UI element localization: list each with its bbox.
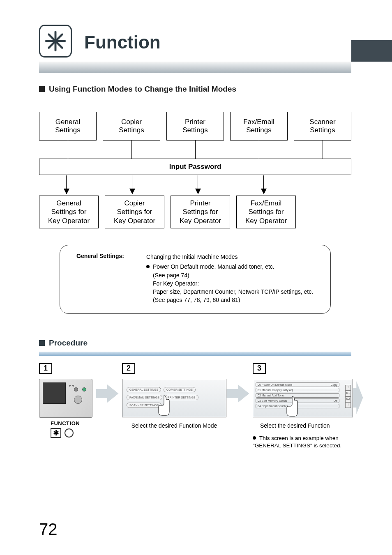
function-button-label: FUNCTION [51,420,96,426]
connector [323,140,323,159]
function-star-icon: ✱ [51,428,61,438]
section-subtitle: Using Function Modes to Change the Initi… [39,85,392,94]
general-settings-note: General Settings: Changing the Initial M… [60,245,331,314]
connector [68,140,68,159]
square-bullet-icon [39,340,45,346]
connector [259,140,259,159]
connector [68,151,323,151]
mode-button-copier[interactable]: COPIER SETTINGS [164,387,196,392]
arrow-right-icon [226,385,249,404]
header-divider [39,62,351,73]
box-general-key-op: General Settings for Key Operator [39,196,99,228]
scroll-up-icon[interactable]: ↑ [345,385,351,391]
arrow-down-icon [64,189,69,194]
procedure-steps: 1 FUNCTION ✱ 2 GENERAL S [39,363,364,449]
pointing-hand-icon [156,395,172,417]
box-label: Copier Settings for Key Operator [114,199,155,225]
page-number: 72 [39,520,58,539]
svg-marker-5 [227,385,249,403]
input-password-box: Input Password [39,159,351,175]
step-number-1: 1 [39,363,52,374]
svg-marker-6 [352,381,363,414]
function-mode-screen[interactable]: GENERAL SETTINGS COPIER SETTINGS FAX/EMA… [122,379,226,417]
note-line: (See pages 77, 78, 79, 80 and 81) [153,296,318,304]
arrow-right-icon [96,385,119,404]
box-label: Fax/Email Settings for Key Operator [245,199,287,225]
box-copier-settings: Copier Settings [103,112,160,140]
note-line: Power On Default mode, Manual add toner,… [153,263,274,270]
scroll-page[interactable]: 02 [345,396,351,402]
box-printer-key-op: Printer Settings for Key Operator [171,196,230,228]
list-item[interactable]: 01 Manual Copy Quality Adj [256,388,339,392]
box-label: Fax/Email Settings [243,118,274,135]
box-copier-key-op: Copier Settings for Key Operator [105,196,164,228]
subtitle-text: Using Function Modes to Change the Initi… [49,85,236,93]
device-panel-illustration [39,379,92,418]
note-heading: General Settings: [76,253,138,259]
note-line: (See page 74) [153,271,318,279]
box-general-settings: General Settings [39,112,97,140]
step3-note: This screen is an example when "GENERAL … [253,435,353,449]
step3-note-text: This screen is an example when "GENERAL … [253,435,341,449]
connector [131,140,132,159]
box-label: Printer Settings for Key Operator [180,199,221,225]
procedure-divider [39,352,351,356]
step2-caption: Select the desired Function Mode [122,422,226,429]
scroll-down-icon[interactable]: ↓ [345,402,351,408]
star-badge-icon [39,25,72,58]
step-number-2: 2 [122,363,135,374]
svg-marker-4 [96,385,119,403]
box-label: Printer Settings [182,118,208,135]
box-fax-email-settings: Fax/Email Settings [230,112,288,140]
note-line: Paper size, Department Counter, Network … [153,288,318,296]
list-item[interactable]: 00 Power On Default ModeCopy [256,382,339,387]
arrow-down-icon [261,189,267,194]
scroll-page[interactable]: 01 [345,391,351,396]
page-title: Function [84,32,161,53]
function-list-screen[interactable]: 00 Power On Default ModeCopy 01 Manual C… [253,379,353,417]
arrow-down-icon [195,189,201,194]
connector [195,140,196,159]
arrow-down-icon [129,189,135,194]
procedure-heading: Procedure [39,339,392,348]
flow-chart: General Settings Copier Settings Printer… [39,104,351,228]
step-number-3: 3 [253,363,266,374]
procedure-title-text: Procedure [49,339,88,347]
box-printer-settings: Printer Settings [166,112,224,140]
header-tab [351,40,392,62]
box-label: General Settings [55,118,80,135]
note-line: For Key Operator: [153,279,318,288]
square-bullet-icon [39,86,45,92]
box-scanner-settings: Scanner Settings [294,112,351,140]
box-label: Copier Settings [119,118,144,135]
note-body: Changing the Initial Machine Modes Power… [146,253,318,304]
function-button-icon[interactable] [65,428,74,438]
note-line: Changing the Initial Machine Modes [146,253,318,261]
box-label: Scanner Settings [309,118,335,135]
box-fax-email-key-op: Fax/Email Settings for Key Operator [236,196,296,228]
scrollbar[interactable]: ↑ 01 02 ↓ [345,385,351,408]
continue-arrow-icon [351,381,364,416]
pointing-hand-icon [284,396,300,417]
box-label: General Settings for Key Operator [48,199,90,225]
bullet-icon [146,265,150,268]
password-label: Input Password [169,163,221,171]
mode-button-general[interactable]: GENERAL SETTINGS [127,387,161,392]
step3-caption: Select the desired Function [260,422,353,429]
bullet-icon [253,436,256,440]
